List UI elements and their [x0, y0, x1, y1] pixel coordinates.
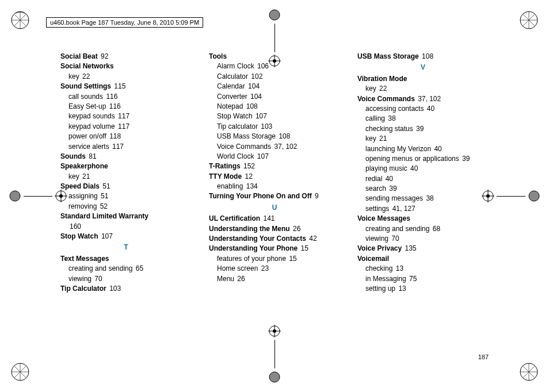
crop-mark-icon — [9, 9, 32, 32]
index-subentry: checking status 39 — [365, 124, 489, 134]
index-entry: T-Ratings 152 — [209, 162, 340, 171]
index-entry: Voice Privacy 135 — [357, 244, 489, 253]
index-subentry: features of your phone 15 — [217, 254, 340, 264]
index-content: Social Beat 92Social Networkskey 22Sound… — [60, 52, 489, 352]
index-entry: USB Mass Storage 108 — [357, 52, 489, 62]
index-entry: Voice Commands 37, 102 — [357, 94, 489, 104]
index-subentry: viewing 70 — [68, 274, 192, 284]
index-entry: Social Networks — [60, 62, 192, 71]
index-letter: T — [60, 243, 192, 252]
index-subentry: in Messaging 75 — [365, 274, 489, 284]
index-entry: Understanding Your Contacts 42 — [209, 234, 340, 244]
crop-mark-icon — [517, 9, 540, 32]
index-subentry: key 22 — [365, 84, 489, 94]
index-entry: Voicemail — [357, 254, 489, 264]
index-entry: Text Messages — [60, 254, 192, 264]
index-subentry: Converter 104 — [217, 92, 340, 102]
index-letter: V — [357, 63, 489, 72]
index-subentry: service alerts 117 — [68, 142, 192, 152]
index-entry: Vibration Mode — [357, 74, 489, 84]
index-subentry: key 21 — [68, 172, 192, 182]
index-subentry: Calendar 104 — [217, 82, 340, 91]
registration-mark-icon — [482, 190, 540, 202]
index-subentry: World Clock 107 — [217, 152, 340, 162]
index-subentry: settings 41, 127 — [365, 204, 489, 214]
index-entry: Speakerphone — [60, 162, 192, 171]
index-subentry: call sounds 116 — [68, 92, 192, 102]
index-column-2: ToolsAlarm Clock 106Calculator 102Calend… — [209, 52, 340, 352]
index-letter: U — [209, 203, 340, 213]
index-entry: Speed Dials 51 — [60, 182, 192, 191]
index-entry: Stop Watch 107 — [60, 232, 192, 241]
index-subentry: setting up 13 — [365, 284, 489, 294]
index-entry: Understanding the Menu 26 — [209, 224, 340, 234]
index-entry: Voice Messages — [357, 214, 489, 224]
index-subentry: Menu 26 — [217, 274, 340, 284]
index-subentry: Stop Watch 107 — [217, 112, 340, 121]
index-subentry: viewing 70 — [365, 234, 489, 244]
index-subentry: opening menus or applications 39 — [365, 154, 489, 164]
index-subentry: keypad volume 117 — [68, 122, 192, 132]
index-subentry: removing 52 — [68, 202, 192, 212]
index-subentry: Alarm Clock 106 — [217, 62, 340, 71]
index-entry: Understanding Your Phone 15 — [209, 244, 340, 253]
index-entry: Sounds 81 — [60, 152, 192, 162]
index-subentry: Calculator 102 — [217, 72, 340, 82]
index-subentry: playing music 40 — [365, 164, 489, 174]
index-subentry: power on/off 118 — [68, 132, 192, 141]
index-subentry: Notepad 108 — [217, 102, 340, 112]
index-entry: UL Certification 141 — [209, 214, 340, 224]
index-entry: Standard Limited Warranty — [60, 212, 192, 221]
index-subentry: accessing contacts 40 — [365, 104, 489, 114]
index-entry: TTY Mode 12 — [209, 172, 340, 182]
index-subentry: creating and sending 68 — [365, 224, 489, 234]
index-entry: Tools — [209, 52, 340, 62]
index-subentry: assigning 51 — [68, 191, 192, 201]
page-number: 187 — [478, 353, 489, 360]
index-subentry: sending messages 38 — [365, 194, 489, 203]
index-subentry: 160 — [68, 222, 192, 232]
index-subentry: Easy Set-up 116 — [68, 102, 192, 112]
index-column-1: Social Beat 92Social Networkskey 22Sound… — [60, 52, 192, 352]
crop-mark-icon — [517, 360, 540, 383]
index-subentry: creating and sending 65 — [68, 264, 192, 274]
index-subentry: checking 13 — [365, 264, 489, 274]
index-subentry: Voice Commands 37, 102 — [217, 142, 340, 152]
index-subentry: Tip calculator 103 — [217, 122, 340, 132]
index-entry: Tip Calculator 103 — [60, 284, 192, 294]
page-header: u460.book Page 187 Tuesday, June 8, 2010… — [46, 17, 203, 28]
index-subentry: launching My Verizon 40 — [365, 144, 489, 154]
index-subentry: key 22 — [68, 72, 192, 82]
index-entry: Sound Settings 115 — [60, 82, 192, 91]
index-subentry: enabling 134 — [217, 182, 340, 191]
crop-mark-icon — [9, 360, 32, 383]
index-column-3: USB Mass Storage 108VVibration Modekey 2… — [357, 52, 489, 352]
registration-mark-icon — [9, 190, 67, 202]
index-entry: Social Beat 92 — [60, 52, 192, 62]
index-subentry: redial 40 — [365, 174, 489, 184]
index-entry: Turning Your Phone On and Off 9 — [209, 191, 340, 201]
index-subentry: calling 38 — [365, 114, 489, 124]
index-subentry: keypad sounds 117 — [68, 112, 192, 121]
index-subentry: key 21 — [365, 134, 489, 144]
index-subentry: search 39 — [365, 184, 489, 194]
index-subentry: USB Mass Storage 108 — [217, 132, 340, 141]
index-subentry: Home screen 23 — [217, 264, 340, 274]
